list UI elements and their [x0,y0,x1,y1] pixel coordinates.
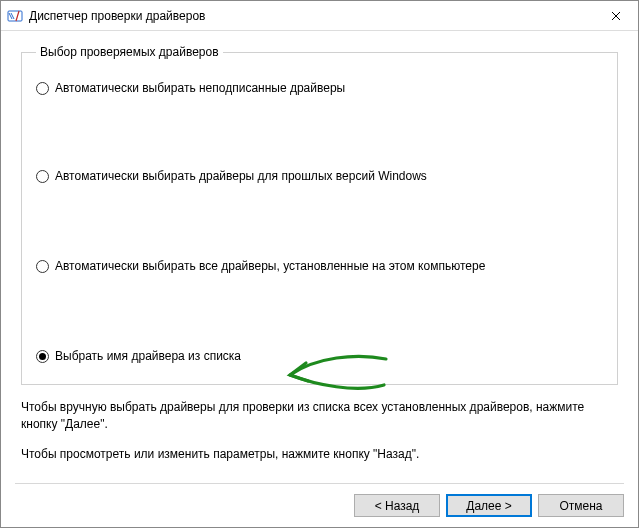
help-line-2: Чтобы просмотреть или изменить параметры… [21,446,618,463]
wizard-buttons: < Назад Далее > Отмена [15,483,624,517]
radio-unsigned-drivers[interactable]: Автоматически выбирать неподписанные дра… [36,81,345,95]
help-text: Чтобы вручную выбрать драйверы для прове… [21,399,618,463]
radio-select-from-list[interactable]: Выбрать имя драйвера из списка [36,349,241,363]
help-line-1: Чтобы вручную выбрать драйверы для прове… [21,399,618,434]
radio-label: Автоматически выбирать все драйверы, уст… [55,259,485,273]
radio-icon [36,350,49,363]
back-button[interactable]: < Назад [354,494,440,517]
radio-icon [36,82,49,95]
radio-old-windows-drivers[interactable]: Автоматически выбирать драйверы для прош… [36,169,427,183]
app-icon [7,8,23,24]
group-legend: Выбор проверяемых драйверов [36,45,223,59]
radio-label: Выбрать имя драйвера из списка [55,349,241,363]
window-title: Диспетчер проверки драйверов [29,9,594,23]
driver-selection-group: Выбор проверяемых драйверов Автоматическ… [21,45,618,385]
radio-all-installed-drivers[interactable]: Автоматически выбирать все драйверы, уст… [36,259,485,273]
close-button[interactable] [594,1,638,31]
content-area: Выбор проверяемых драйверов Автоматическ… [1,31,638,463]
radio-label: Автоматически выбирать неподписанные дра… [55,81,345,95]
radio-icon [36,260,49,273]
titlebar: Диспетчер проверки драйверов [1,1,638,31]
cancel-button[interactable]: Отмена [538,494,624,517]
radio-icon [36,170,49,183]
radio-label: Автоматически выбирать драйверы для прош… [55,169,427,183]
next-button[interactable]: Далее > [446,494,532,517]
